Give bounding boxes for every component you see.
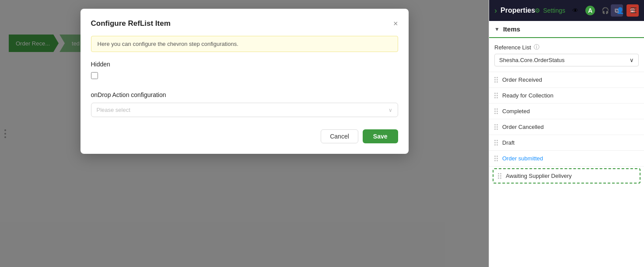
hidden-checkbox-row <box>91 72 398 79</box>
list-item-label: Awaiting Supplier Delivery <box>506 173 635 179</box>
top-bar: ⚙ Settings 👁 A 🎧 👤 ☰ <box>535 0 644 21</box>
ref-list-chevron-icon: ∨ <box>630 57 634 63</box>
hidden-label: Hidden <box>91 61 398 68</box>
settings-label: Settings <box>543 7 565 14</box>
hamburger-menu[interactable]: ☰ <box>630 6 637 15</box>
ref-list-label: Reference List ⓘ <box>494 43 639 51</box>
right-panel-body: ▼ Items Reference List ⓘ Shesha.Core.Ord… <box>489 21 644 267</box>
drag-handle[interactable] <box>494 156 498 161</box>
items-chevron-icon: ▼ <box>494 26 500 32</box>
ondrop-field-section: onDrop Action configuration Please selec… <box>91 91 398 117</box>
list-item-label: Order submitted <box>502 155 639 162</box>
settings-icon: ⚙ <box>535 7 540 14</box>
ondrop-select[interactable]: Please select ∨ <box>91 103 398 117</box>
ondrop-chevron-icon: ∨ <box>388 107 392 113</box>
list-item-label: Completed <box>502 108 639 114</box>
ondrop-placeholder: Please select <box>97 107 130 113</box>
modal-footer: Cancel Save <box>91 129 398 143</box>
list-item-label: Draft <box>502 139 639 146</box>
user-icon-button[interactable]: 👤 <box>615 6 625 15</box>
list-item[interactable]: Ready for Collection <box>489 88 644 104</box>
hidden-checkbox[interactable] <box>91 72 98 79</box>
eye-icon-button[interactable]: 👁 <box>570 6 580 15</box>
reference-list-section: Reference List ⓘ Shesha.Core.OrderStatus… <box>489 38 644 72</box>
info-banner: Here you can configure the chevron step … <box>91 36 398 52</box>
modal-header: Configure RefList Item × <box>91 19 398 28</box>
list-item[interactable]: Order submitted <box>489 151 644 166</box>
list-items-container: Order Received Ready for Collection <box>489 72 644 184</box>
ref-list-select[interactable]: Shesha.Core.OrderStatus ∨ <box>494 54 639 66</box>
list-item-label: Order Received <box>502 76 639 83</box>
list-item[interactable]: Draft <box>489 135 644 151</box>
configure-reflist-modal: Configure RefList Item × Here you can co… <box>80 9 409 154</box>
modal-overlay: Configure RefList Item × Here you can co… <box>0 0 489 267</box>
drag-handle[interactable] <box>494 77 498 83</box>
settings-button[interactable]: ⚙ Settings <box>535 7 565 14</box>
panel-toggle-button[interactable]: › <box>494 6 497 15</box>
drag-handle[interactable] <box>494 93 498 98</box>
hidden-field-section: Hidden <box>91 61 398 79</box>
items-section-header[interactable]: ▼ Items <box>489 21 644 38</box>
list-item-highlighted[interactable]: Awaiting Supplier Delivery <box>493 168 640 184</box>
items-section-label: Items <box>503 25 520 33</box>
drag-handle[interactable] <box>498 173 501 179</box>
ondrop-label: onDrop Action configuration <box>91 91 398 98</box>
user-avatar[interactable]: A <box>585 6 595 15</box>
ref-list-info-icon[interactable]: ⓘ <box>534 43 539 51</box>
list-item[interactable]: Order Cancelled <box>489 119 644 135</box>
drag-handle[interactable] <box>494 124 498 130</box>
headset-icon-button[interactable]: 🎧 <box>600 6 610 15</box>
ref-list-value: Shesha.Core.OrderStatus <box>499 57 565 63</box>
save-button[interactable]: Save <box>363 129 398 143</box>
list-item[interactable]: Order Received <box>489 72 644 88</box>
drag-handle[interactable] <box>494 140 498 146</box>
drag-handle[interactable] <box>494 108 498 114</box>
list-item[interactable]: Completed <box>489 104 644 119</box>
right-panel: › Properties ⧉ 🗑 ▼ Items Reference List … <box>489 0 644 267</box>
list-item-label: Order Cancelled <box>502 124 639 130</box>
list-item-label: Ready for Collection <box>502 92 639 99</box>
cancel-button[interactable]: Cancel <box>321 129 358 143</box>
modal-title: Configure RefList Item <box>91 19 171 28</box>
modal-close-button[interactable]: × <box>393 20 398 28</box>
